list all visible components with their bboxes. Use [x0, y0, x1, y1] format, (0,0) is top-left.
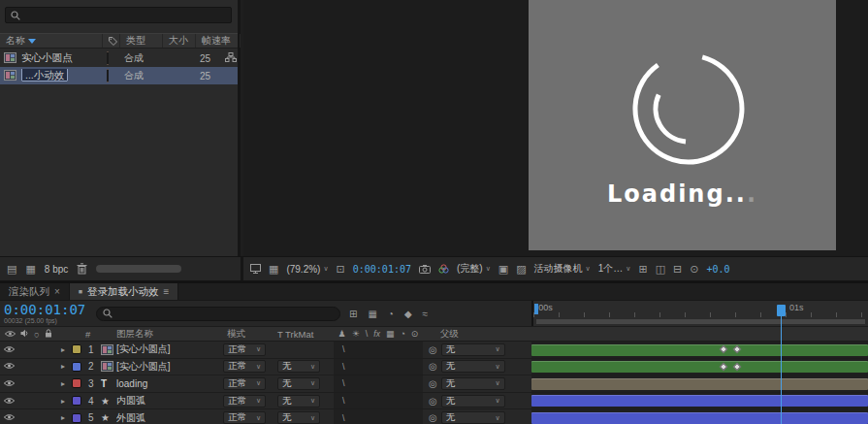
lock-icon[interactable]: [45, 329, 52, 340]
layer-track[interactable]: [531, 409, 868, 424]
tab-render-queue[interactable]: 渲染队列 ×: [0, 283, 70, 300]
frame-blending-icon[interactable]: ◆: [404, 309, 412, 319]
layer-name[interactable]: 外圆弧: [116, 409, 223, 424]
exposure-value[interactable]: +0.0: [706, 264, 729, 275]
visibility-eye-icon[interactable]: [4, 396, 15, 407]
show-channels-icon[interactable]: [438, 264, 449, 274]
camera-dropdown[interactable]: 活动摄像机∨: [534, 262, 591, 276]
parent-dropdown[interactable]: 无∨: [441, 395, 505, 408]
column-rate[interactable]: 帧速率: [196, 34, 241, 48]
pixel-aspect-icon[interactable]: ⊞: [638, 264, 647, 275]
close-icon[interactable]: ×: [54, 286, 60, 297]
column-mode[interactable]: 模式: [223, 328, 277, 341]
project-row[interactable]: 实心小圆点合成25: [0, 49, 238, 67]
expand-arrow[interactable]: ▸: [54, 342, 72, 358]
composition-canvas[interactable]: Loading...: [529, 0, 836, 250]
timeline-ruler[interactable]: 00s01s: [531, 301, 868, 326]
project-search-input[interactable]: [24, 9, 226, 21]
timeline-layer-row[interactable]: ▸1[实心小圆点]正常∨\◎无∨: [0, 342, 868, 359]
audio-speaker-icon[interactable]: [20, 329, 29, 340]
parent-dropdown[interactable]: 无∨: [441, 360, 505, 373]
transparency-grid-icon[interactable]: ▨: [516, 264, 526, 275]
parent-dropdown[interactable]: 无∨: [441, 343, 505, 356]
new-folder-icon[interactable]: ▦: [25, 264, 35, 275]
layer-name[interactable]: loading: [116, 375, 223, 392]
layer-duration-bar[interactable]: [531, 378, 868, 390]
layer-switches[interactable]: \: [334, 409, 423, 424]
layer-switches[interactable]: \: [334, 359, 423, 375]
timeline-layer-row[interactable]: ▸2[实心小圆点]正常∨无∨\◎无∨: [0, 359, 868, 376]
expand-arrow[interactable]: ▸: [54, 375, 72, 392]
horizontal-scrollbar[interactable]: [96, 265, 181, 273]
layer-duration-bar[interactable]: [531, 344, 868, 356]
layer-switches[interactable]: \: [334, 393, 423, 409]
column-name[interactable]: 名称: [0, 34, 103, 48]
interpret-footage-icon[interactable]: ▤: [7, 264, 16, 275]
column-parent[interactable]: 父级: [423, 328, 531, 341]
pickwhip-icon[interactable]: ◎: [429, 378, 437, 389]
view-layout-icon[interactable]: ◫: [656, 264, 665, 275]
3d-layer-icon[interactable]: ⊙: [411, 329, 419, 339]
layer-track[interactable]: [531, 375, 868, 392]
layer-switches[interactable]: \: [334, 375, 423, 392]
label-chip-cell[interactable]: [107, 52, 124, 64]
fx-icon[interactable]: fx: [373, 329, 380, 339]
blend-mode-dropdown[interactable]: 正常∨: [223, 360, 266, 373]
layer-switches[interactable]: \: [334, 342, 423, 358]
solo-icon[interactable]: ○: [34, 329, 40, 340]
column-type[interactable]: 类型: [120, 34, 163, 48]
layer-duration-bar[interactable]: [531, 361, 868, 373]
resolution-dropdown[interactable]: (完整)∨: [457, 262, 491, 276]
trkmat-dropdown[interactable]: 无∨: [277, 411, 320, 424]
parent-dropdown[interactable]: 无∨: [441, 411, 505, 424]
project-row[interactable]: ...小动效合成25: [0, 67, 238, 84]
label-color-swatch[interactable]: [72, 413, 81, 423]
layer-track[interactable]: [531, 342, 868, 358]
pickwhip-icon[interactable]: ◎: [429, 344, 437, 355]
tab-composition[interactable]: ■ 登录加载小动效 ≡: [70, 283, 179, 300]
bit-depth-button[interactable]: 8 bpc: [45, 264, 68, 275]
shy-icon[interactable]: ♟: [338, 329, 346, 339]
region-of-interest-icon[interactable]: ⊡: [337, 264, 345, 275]
exposure-icon[interactable]: ⊙: [690, 264, 698, 275]
quality-switch-icon[interactable]: \: [342, 344, 345, 354]
timeline-layer-row[interactable]: ▸5★外圆弧正常∨无∨\◎无∨: [0, 409, 868, 424]
graph-editor-icon[interactable]: ≈: [423, 309, 429, 319]
label-color-swatch[interactable]: [72, 378, 81, 388]
project-search-field[interactable]: [5, 7, 232, 23]
grid-guides-icon[interactable]: ▦: [269, 264, 278, 275]
column-label[interactable]: [103, 34, 120, 48]
snapshot-camera-icon[interactable]: [419, 265, 431, 274]
quality-switch-icon[interactable]: \: [342, 362, 345, 372]
trkmat-dropdown[interactable]: 无∨: [277, 395, 320, 408]
layer-duration-bar[interactable]: [531, 412, 868, 424]
label-color-swatch[interactable]: [72, 362, 81, 372]
blend-mode-dropdown[interactable]: 正常∨: [223, 377, 266, 390]
visibility-eye-icon[interactable]: [4, 361, 15, 372]
fast-previews-icon[interactable]: ▣: [498, 264, 508, 275]
project-item-name[interactable]: 实心小圆点: [21, 51, 107, 65]
label-color-swatch[interactable]: [72, 344, 81, 354]
panel-menu-icon[interactable]: ≡: [164, 286, 170, 297]
layer-name[interactable]: 内圆弧: [116, 393, 223, 409]
layer-name[interactable]: [实心小圆点]: [116, 359, 223, 375]
label-color-chip[interactable]: [107, 51, 109, 65]
collapse-transformations-icon[interactable]: ☀: [352, 329, 360, 339]
blend-mode-dropdown[interactable]: 正常∨: [223, 343, 266, 356]
parent-dropdown[interactable]: 无∨: [441, 377, 505, 390]
timeline-search-field[interactable]: [96, 307, 340, 321]
quality-icon[interactable]: \: [366, 329, 369, 339]
label-color-swatch[interactable]: [72, 396, 81, 406]
label-color-chip[interactable]: [107, 69, 109, 82]
timeline-layer-row[interactable]: ▸4★内圆弧正常∨无∨\◎无∨: [0, 393, 868, 410]
layer-duration-bar[interactable]: [531, 395, 868, 407]
project-item-name[interactable]: ...小动效: [21, 69, 107, 82]
timeline-layer-row[interactable]: ▸3Tloading正常∨无∨\◎无∨: [0, 375, 868, 393]
current-timecode[interactable]: 0:00:01:07 00032 (25.00 fps): [4, 303, 87, 324]
motion-blur-icon[interactable]: ◔: [400, 329, 404, 339]
pickwhip-icon[interactable]: ◎: [429, 361, 437, 372]
expand-arrow[interactable]: ▸: [54, 393, 72, 409]
layer-track[interactable]: [531, 393, 868, 409]
hide-shy-layers-icon[interactable]: ◔: [388, 309, 394, 319]
column-layer-name[interactable]: 图层名称: [116, 328, 223, 341]
